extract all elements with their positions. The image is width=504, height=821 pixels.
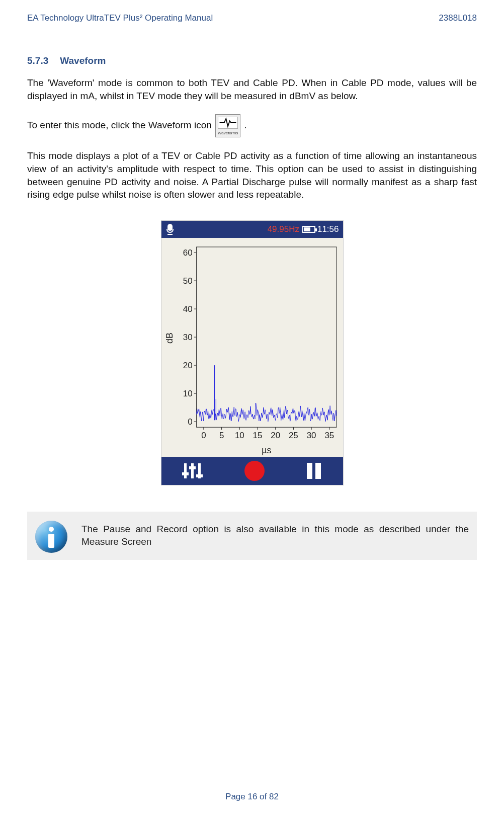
device-screenshot: 49.95Hz 11:56 0102030405060 051015202530…: [161, 220, 344, 485]
svg-text:0: 0: [188, 417, 192, 427]
svg-text:60: 60: [183, 248, 192, 258]
svg-text:30: 30: [306, 431, 316, 440]
settings-icon[interactable]: [182, 462, 202, 479]
section-number: 5.7.3: [27, 55, 57, 66]
svg-text:5: 5: [219, 431, 223, 440]
waveform-icon-label: Waveforms: [216, 131, 240, 136]
header-right: 2388L018: [439, 13, 477, 23]
y-axis-label: dB: [164, 333, 174, 344]
svg-text:40: 40: [183, 304, 192, 314]
para2-post: .: [244, 120, 246, 130]
svg-text:0: 0: [201, 431, 206, 440]
info-callout: The Pause and Record option is also avai…: [27, 512, 477, 560]
status-bar: 49.95Hz 11:56: [161, 221, 343, 238]
device-toolbar: [161, 457, 343, 485]
info-text: The Pause and Record option is also avai…: [81, 521, 469, 548]
page-footer: Page 16 of 82: [0, 792, 504, 802]
svg-text:20: 20: [183, 361, 192, 370]
section-heading: 5.7.3 Waveform: [27, 55, 477, 66]
svg-text:30: 30: [183, 333, 192, 342]
svg-text:35: 35: [324, 431, 334, 440]
svg-rect-0: [196, 247, 336, 427]
header-left: EA Technology UltraTEV Plus² Operating M…: [27, 13, 213, 23]
para2-pre: To enter this mode, click the Waveform i…: [27, 120, 214, 130]
svg-text:10: 10: [183, 389, 192, 398]
page-header: EA Technology UltraTEV Plus² Operating M…: [27, 13, 477, 23]
record-button[interactable]: [244, 461, 265, 481]
waveform-plot: 0102030405060 05101520253035 dB µs: [161, 238, 343, 457]
paragraph-2: To enter this mode, click the Waveform i…: [27, 114, 477, 137]
waveform-icon: Waveforms: [215, 114, 240, 137]
svg-text:10: 10: [234, 431, 244, 440]
x-axis-label: µs: [262, 445, 271, 455]
svg-text:50: 50: [183, 276, 192, 286]
clock-readout: 11:56: [317, 224, 339, 234]
paragraph-1: The 'Waveform' mode is common to both TE…: [27, 76, 477, 102]
pause-button[interactable]: [307, 463, 322, 479]
section-title: Waveform: [60, 55, 106, 66]
microphone-icon: [165, 224, 175, 235]
frequency-readout: 49.95Hz: [268, 224, 299, 234]
battery-icon: [302, 226, 315, 233]
svg-text:20: 20: [271, 431, 280, 440]
svg-text:25: 25: [288, 431, 298, 440]
info-icon: [35, 521, 67, 553]
svg-text:15: 15: [253, 431, 262, 440]
paragraph-3: This mode displays a plot of a TEV or Ca…: [27, 149, 477, 201]
